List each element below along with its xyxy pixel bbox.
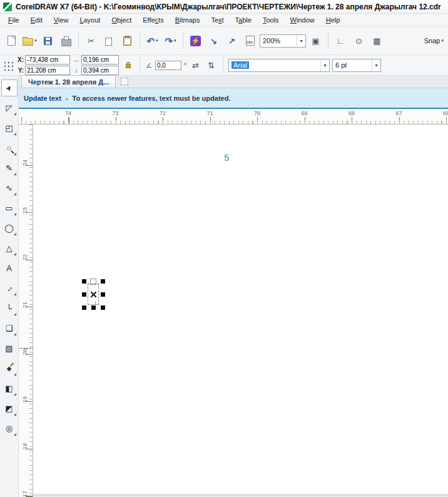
v-ruler-label: 22: [22, 252, 28, 263]
rotation-angle-icon: ∠: [145, 62, 153, 69]
selection-handle[interactable]: [91, 305, 96, 310]
transparency-tool[interactable]: ▨: [1, 340, 18, 357]
ellipse-tool[interactable]: ◯: [1, 220, 18, 237]
menu-effects[interactable]: Effects: [137, 15, 169, 25]
undo-button[interactable]: ↶ ▾: [144, 31, 161, 50]
y-position-input[interactable]: [25, 66, 70, 75]
paste-button[interactable]: [119, 31, 136, 50]
import-button[interactable]: ↘: [205, 31, 222, 50]
menu-table[interactable]: Table: [230, 15, 257, 25]
origin-grid-icon[interactable]: [3, 60, 13, 71]
selection-handle[interactable]: [101, 292, 105, 297]
v-ruler-label: 20: [22, 346, 28, 357]
freehand-tool[interactable]: ✎: [1, 160, 18, 177]
snap-dropdown[interactable]: Snap ▾: [423, 31, 445, 50]
zoom-level-combo[interactable]: 200% ▾: [260, 34, 306, 48]
save-button[interactable]: [39, 31, 56, 50]
artistic-media-tool-icon: ∿: [6, 184, 13, 192]
outline-tool-icon: ◎: [6, 424, 13, 433]
interactive-fill-tool[interactable]: ◧: [1, 380, 18, 397]
mirror-horizontal-icon: ⇄: [192, 61, 199, 69]
selection-handle[interactable]: [101, 279, 105, 284]
show-rulers-icon: ∟: [337, 37, 345, 45]
toolbar-separator: [223, 57, 223, 73]
parallel-dimension-tool-icon: ↔: [3, 282, 14, 294]
menu-text[interactable]: Text: [205, 15, 229, 25]
drawing-text[interactable]: 5: [224, 152, 229, 163]
smart-fill-tool[interactable]: ◩: [1, 400, 18, 417]
zoom-level-value: 200%: [260, 37, 297, 44]
object-height-input[interactable]: [81, 66, 119, 75]
mirror-horizontal-button[interactable]: ⇄: [189, 59, 202, 72]
cut-button[interactable]: ✂: [83, 31, 99, 50]
open-button[interactable]: ▾: [21, 31, 38, 50]
tab-page-icon[interactable]: [121, 78, 128, 85]
parallel-dimension-tool[interactable]: ↔: [1, 280, 18, 297]
drop-shadow-tool-icon: ❏: [6, 324, 13, 332]
drop-shadow-tool[interactable]: ❏: [1, 320, 18, 337]
update-text-bar[interactable]: Update text - To access newer features, …: [19, 88, 448, 109]
font-size-caret-icon[interactable]: ▾: [372, 59, 380, 71]
snap-grid-button[interactable]: ▦: [369, 31, 385, 50]
size-fields: ↔ ↕: [73, 55, 119, 75]
y-label: Y:: [16, 67, 24, 74]
font-size-combo[interactable]: 6 pt ▾: [332, 59, 381, 72]
outline-tool[interactable]: ◎: [1, 420, 18, 437]
font-family-caret-icon[interactable]: ▾: [320, 59, 329, 71]
menu-edit[interactable]: Edit: [25, 15, 48, 25]
document-tab[interactable]: Чертеж 1. 28 апреля Д...: [21, 75, 116, 88]
publish-pdf-button[interactable]: PDF: [242, 31, 258, 50]
mirror-vertical-button[interactable]: ⇅: [205, 59, 218, 72]
v-ruler-label: 23: [22, 205, 28, 216]
rotation-angle-input[interactable]: [155, 61, 181, 70]
object-height-icon: ↕: [73, 67, 80, 74]
zoom-tool[interactable]: ○: [1, 140, 18, 156]
drawing-canvas[interactable]: 5: [33, 125, 448, 497]
preview-mode-button[interactable]: ⊙: [350, 31, 367, 50]
v-ruler-label: 17: [22, 488, 28, 497]
menu-view[interactable]: View: [48, 15, 74, 25]
menu-tools[interactable]: Tools: [257, 15, 285, 25]
selection-handle[interactable]: [82, 292, 86, 297]
x-position-input[interactable]: [25, 55, 70, 64]
zoom-caret-icon[interactable]: ▾: [297, 35, 305, 47]
color-eyedropper-tool[interactable]: ◆: [1, 360, 18, 377]
artistic-media-tool[interactable]: ∿: [1, 180, 18, 197]
rectangle-tool[interactable]: ▭: [1, 200, 18, 217]
selection-handle[interactable]: [82, 305, 86, 310]
new-document-button[interactable]: [3, 31, 20, 50]
selected-object[interactable]: [82, 279, 105, 310]
degree-unit: °: [184, 62, 186, 69]
redo-button[interactable]: ↷ ▾: [162, 31, 179, 50]
pick-tool[interactable]: ➤: [1, 79, 18, 96]
crop-tool[interactable]: ◰: [1, 120, 18, 136]
menu-help[interactable]: Help: [320, 15, 346, 25]
menu-layout[interactable]: Layout: [74, 15, 106, 25]
fullscreen-preview-button[interactable]: ▣: [307, 31, 324, 50]
toolbar-separator: [140, 57, 140, 73]
zoom-tool-icon: ○: [7, 144, 12, 152]
export-button[interactable]: ↗: [223, 31, 240, 50]
application-launcher-button[interactable]: ⚡: [187, 31, 204, 50]
selection-center-marker[interactable]: [91, 292, 96, 297]
connector-tool[interactable]: └: [1, 300, 18, 317]
copy-button[interactable]: [101, 31, 118, 50]
document-tab-bar: Чертеж 1. 28 апреля Д...: [19, 76, 448, 88]
menu-window[interactable]: Window: [285, 15, 320, 25]
redo-caret-icon: ▾: [174, 38, 176, 43]
menu-bitmaps[interactable]: Bitmaps: [170, 15, 206, 25]
menu-file[interactable]: File: [3, 15, 25, 25]
print-button[interactable]: [58, 31, 74, 50]
shape-tool[interactable]: ◸: [1, 100, 18, 116]
vertical-ruler[interactable]: 2423222120191817: [19, 125, 33, 497]
menu-object[interactable]: Object: [106, 15, 137, 25]
polygon-tool[interactable]: △: [1, 240, 18, 257]
show-rulers-button[interactable]: ∟: [332, 31, 349, 50]
horizontal-ruler[interactable]: 747372717069686766: [19, 109, 448, 125]
lock-ratio-button[interactable]: [121, 59, 135, 72]
text-tool[interactable]: A: [1, 260, 18, 277]
selection-handle[interactable]: [101, 305, 105, 310]
selection-handle[interactable]: [82, 279, 86, 284]
object-width-input[interactable]: [81, 55, 119, 64]
font-family-combo[interactable]: Arial ▾: [228, 59, 330, 72]
